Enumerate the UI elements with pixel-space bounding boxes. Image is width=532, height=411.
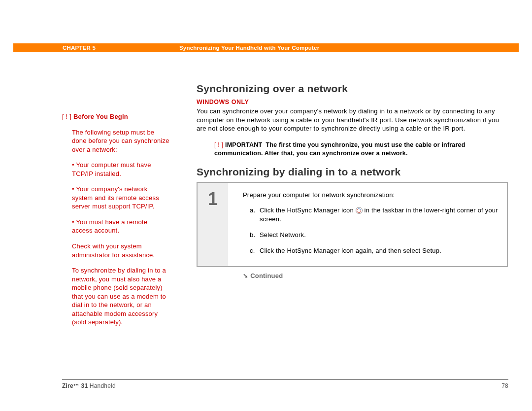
step-number-cell: 1 [198,183,228,266]
chapter-number: CHAPTER 5 [13,45,96,51]
sidebar-bullet-2: • Your company's network system and its … [62,185,169,211]
main-content: Synchronizing over a network WINDOWS ONL… [197,83,508,279]
sidebar-intro: The following setup must be done before … [62,128,169,154]
sidebar-bullet-1: • Your computer must have TCP/IP install… [62,161,169,178]
footer-rule [62,379,508,380]
continued-arrow-icon: ➘ [243,272,248,279]
alert-bracket: [ ! ] [62,113,71,120]
hotsync-icon [356,207,363,214]
chapter-title: Synchronizing Your Handheld with Your Co… [96,45,319,51]
step-box: 1 Prepare your computer for network sync… [197,182,508,267]
step-c-label: c. [250,246,260,255]
important-bracket: [ ! ] [214,141,223,148]
chapter-header: CHAPTER 5 Synchronizing Your Handheld wi… [13,43,519,52]
step-a-label: a. [250,206,260,224]
step-a-text: Click the HotSync Manager icon in the ta… [260,206,498,224]
step-b-label: b. [250,231,260,240]
section-body: You can synchronize over your company's … [197,107,508,133]
windows-only-label: WINDOWS ONLY [197,99,508,105]
step-b-text: Select Network. [260,231,498,240]
page-footer: Zire™ 31 Handheld 78 [62,382,508,389]
subsection-heading: Synchronizing by dialing in to a network [197,166,508,178]
sidebar-dialing-note: To synchronize by dialing in to a networ… [62,266,169,327]
important-note: [ ! ] IMPORTANT The first time you synch… [197,141,508,158]
sidebar-check-admin: Check with your system administrator for… [62,242,169,259]
before-you-begin-heading: Before You Begin [73,113,128,120]
section-heading: Synchronizing over a network [197,83,508,95]
step-number: 1 [208,189,218,209]
step-c-text: Click the HotSync Manager icon again, an… [260,246,498,255]
page-number: 78 [501,382,508,389]
step-content: Prepare your computer for network synchr… [228,183,507,266]
important-label: IMPORTANT [225,141,262,148]
step-intro: Prepare your computer for network synchr… [243,191,498,200]
product-name: Zire™ 31 Handheld [62,382,116,389]
sidebar-bullet-3: • You must have a remote access account. [62,218,169,235]
continued-indicator: ➘Continued [197,272,508,279]
before-you-begin-sidebar: [ ! ] Before You Begin The following set… [62,112,169,334]
